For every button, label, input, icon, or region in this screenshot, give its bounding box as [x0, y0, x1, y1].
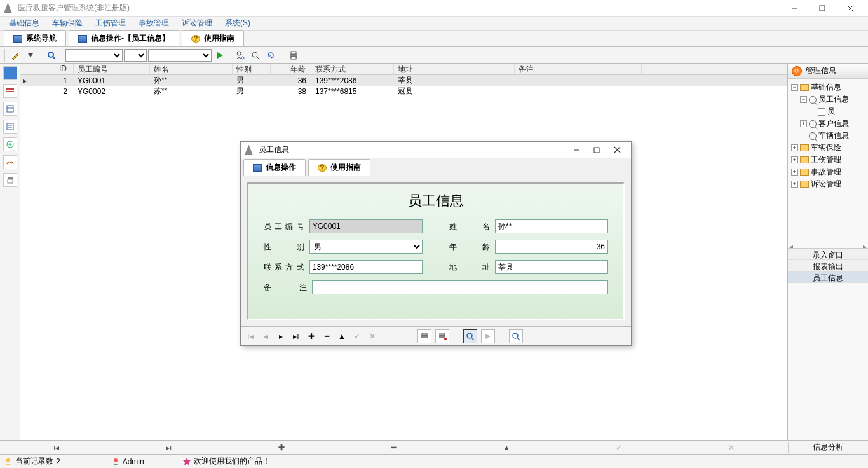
filter-op-combo[interactable]	[124, 49, 147, 62]
addr-field[interactable]	[495, 260, 608, 274]
window-minimize-button[interactable]	[780, 0, 808, 17]
dlg-nav-first[interactable]: ı◂	[245, 332, 256, 341]
nav-del[interactable]: ━	[337, 443, 450, 452]
window-maximize-button[interactable]	[808, 0, 836, 17]
tree-expander-icon[interactable]: +	[791, 156, 798, 163]
col-sex[interactable]: 性别	[233, 64, 271, 74]
nav-first[interactable]: ı◂	[0, 443, 112, 452]
find-person-button[interactable]	[233, 48, 247, 62]
tab-info[interactable]: 信息操作-【员工信息】	[69, 30, 179, 46]
scroll-right-icon[interactable]: ▸	[862, 242, 868, 248]
right-tab-entry[interactable]: 录入窗口	[788, 249, 868, 260]
tel-field[interactable]	[309, 260, 423, 274]
run-button[interactable]	[213, 48, 227, 62]
dlg-nav-next[interactable]: ▸	[275, 332, 287, 341]
dialog-tab-guide[interactable]: ? 使用指南	[308, 159, 370, 176]
left-btn-4[interactable]	[3, 120, 17, 134]
tree-item[interactable]: +工伤管理	[789, 154, 867, 166]
menu-lawsuit[interactable]: 诉讼管理	[175, 18, 219, 29]
dlg-print2-button[interactable]	[435, 329, 449, 343]
dlg-nav-prev[interactable]: ◂	[260, 332, 271, 341]
tab-guide[interactable]: ? 使用指南	[182, 30, 244, 46]
tree-expander-icon[interactable]: +	[791, 169, 798, 176]
dlg-print-button[interactable]	[417, 329, 431, 343]
col-note[interactable]: 备注	[515, 64, 642, 74]
edit-button[interactable]	[8, 48, 22, 62]
nav-cancel[interactable]: ✕	[675, 443, 788, 452]
dialog-close-button[interactable]	[607, 143, 627, 157]
left-btn-7[interactable]	[3, 173, 17, 187]
window-close-button[interactable]	[836, 0, 864, 17]
tree-item[interactable]: +车辆保险	[789, 142, 867, 154]
tree-expander-icon[interactable]: −	[791, 84, 798, 91]
tree-item[interactable]: 员	[789, 106, 867, 118]
nav-edit[interactable]: ✓	[563, 443, 675, 452]
dlg-nav-add[interactable]: ✚	[306, 332, 317, 341]
left-btn-3[interactable]	[3, 102, 17, 116]
tree-view[interactable]: −基础信息−员工信息员+客户信息车辆信息+车辆保险+工伤管理+事故管理+诉讼管理	[788, 79, 868, 242]
dialog-titlebar[interactable]: 员工信息	[241, 142, 631, 158]
dlg-search-button[interactable]	[463, 329, 477, 343]
tree-expander-icon[interactable]: +	[800, 120, 807, 127]
search-button[interactable]	[44, 48, 58, 62]
menu-basic[interactable]: 基础信息	[3, 18, 46, 29]
col-empid[interactable]: 员工编号	[74, 64, 150, 74]
table-row[interactable]: ▸ 1 YG0001 孙** 男 36 139****2086 莘县	[20, 75, 787, 86]
tree-item[interactable]: +诉讼管理	[789, 178, 867, 190]
filter-field-combo[interactable]	[65, 49, 123, 62]
table-row[interactable]: 2 YG0002 苏** 男 38 137****6815 冠县	[20, 86, 787, 97]
dlg-zoom-button[interactable]	[509, 329, 523, 343]
menu-insurance[interactable]: 车辆保险	[46, 18, 89, 29]
filter-value-combo[interactable]	[148, 49, 212, 62]
nav-up[interactable]: ▲	[451, 443, 563, 452]
col-tel[interactable]: 联系方式	[311, 64, 394, 74]
menu-accident[interactable]: 事故管理	[132, 18, 175, 29]
note-field[interactable]	[312, 280, 608, 294]
tree-expander-icon[interactable]: −	[800, 96, 807, 103]
dialog-maximize-button[interactable]	[587, 143, 607, 157]
print-button[interactable]	[287, 48, 301, 62]
tree-expander-icon[interactable]: +	[791, 181, 798, 188]
col-addr[interactable]: 地址	[394, 64, 515, 74]
tree-expander-icon[interactable]: +	[791, 144, 798, 151]
dlg-play-button[interactable]	[481, 329, 495, 343]
find-all-button[interactable]	[248, 48, 262, 62]
menu-system[interactable]: 系统(S)	[219, 18, 257, 29]
col-age[interactable]: 年龄	[271, 64, 311, 74]
empid-field[interactable]	[309, 219, 423, 233]
left-btn-5[interactable]	[3, 137, 17, 151]
tab-nav[interactable]: 系统导航	[4, 30, 66, 46]
left-btn-6[interactable]	[3, 155, 17, 169]
dlg-nav-up[interactable]: ▲	[336, 332, 348, 341]
tree-item[interactable]: 车辆信息	[789, 130, 867, 142]
scroll-left-icon[interactable]: ◂	[788, 242, 862, 248]
dlg-nav-last[interactable]: ▸ı	[290, 332, 302, 341]
tree-item[interactable]: −基础信息	[789, 81, 867, 93]
refresh-button[interactable]	[264, 48, 278, 62]
analysis-button[interactable]: 信息分析	[788, 442, 868, 453]
dlg-nav-del[interactable]: ━	[321, 332, 332, 341]
dlg-nav-cancel[interactable]: ✕	[367, 332, 378, 341]
name-field[interactable]	[495, 219, 608, 233]
menu-injury[interactable]: 工伤管理	[89, 18, 132, 29]
tree-item[interactable]: −员工信息	[789, 93, 867, 106]
nav-last[interactable]: ▸ı	[112, 443, 225, 452]
col-name[interactable]: 姓名	[150, 64, 233, 74]
left-btn-2[interactable]	[3, 84, 17, 98]
svg-line-9	[257, 57, 259, 59]
dialog-minimize-button[interactable]	[566, 143, 587, 157]
folder-icon	[800, 84, 809, 91]
dropdown-button[interactable]	[24, 48, 37, 62]
dlg-nav-ok[interactable]: ✓	[351, 332, 363, 341]
sex-select[interactable]: 男	[309, 240, 423, 254]
age-field[interactable]	[495, 240, 608, 254]
left-btn-1[interactable]	[3, 66, 17, 80]
right-tab-report[interactable]: 报表输出	[788, 260, 868, 272]
dialog-tab-info[interactable]: 信息操作	[243, 159, 306, 176]
col-id[interactable]: ID	[29, 64, 74, 74]
tree-item[interactable]: +事故管理	[789, 166, 867, 178]
right-tab-emp[interactable]: 员工信息	[788, 272, 868, 283]
tree-item[interactable]: +客户信息	[789, 118, 867, 130]
svg-rect-22	[8, 179, 13, 183]
nav-add[interactable]: ✚	[225, 443, 337, 452]
